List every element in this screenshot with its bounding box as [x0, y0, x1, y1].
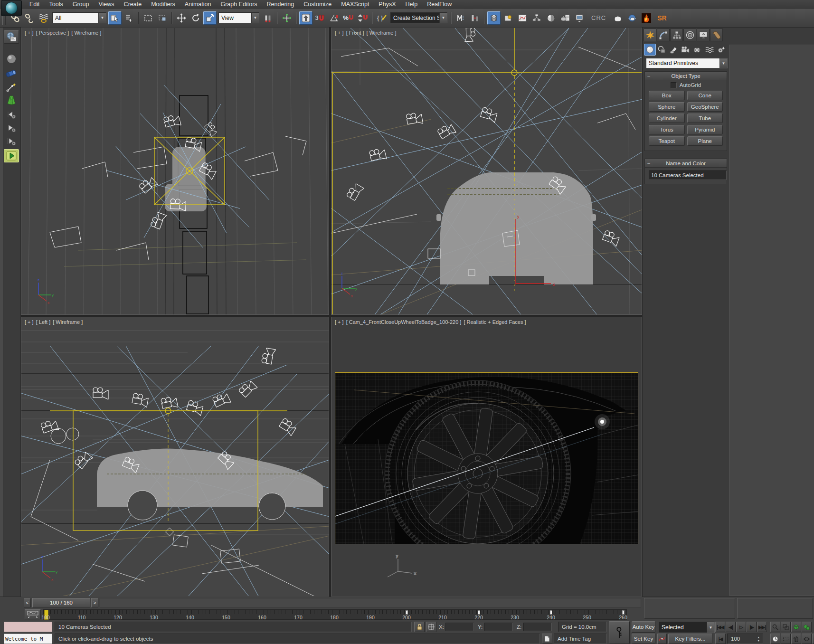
menu-item[interactable]: Edit: [25, 0, 45, 8]
menu-item[interactable]: RealFlow: [422, 0, 456, 8]
object-type-button[interactable]: GeoSphere: [687, 102, 723, 112]
object-type-button[interactable]: Torus: [649, 125, 685, 134]
category-geometry[interactable]: [644, 44, 656, 56]
curve-editor-button[interactable]: [516, 11, 529, 25]
viewport-menu-plus[interactable]: [ + ]: [25, 30, 34, 36]
timeline-key-marker[interactable]: [478, 610, 480, 615]
object-type-button[interactable]: Cylinder: [649, 114, 685, 123]
bind-to-space-warp-button[interactable]: [37, 11, 50, 25]
zoom-extents-button[interactable]: [791, 622, 801, 632]
zoom-button[interactable]: [770, 622, 780, 632]
sr-toolbar-label[interactable]: SR: [657, 14, 666, 22]
object-type-rollout-header[interactable]: − Object Type: [645, 72, 727, 80]
menu-item[interactable]: Help: [401, 0, 423, 8]
viewport-front[interactable]: [ + ][ Front ][ Wireframe ]: [331, 28, 642, 315]
menu-item[interactable]: MAXScript: [336, 0, 374, 8]
percent-snap-button[interactable]: %: [342, 11, 355, 25]
next-frame-button[interactable]: |▶: [747, 622, 757, 632]
frame-spinner[interactable]: ▴▾: [757, 635, 759, 642]
menu-item[interactable]: Rendering: [262, 0, 299, 8]
add-time-tag-field[interactable]: Add Time Tag: [554, 634, 606, 644]
coord-y-field[interactable]: [484, 623, 513, 631]
mirror-button[interactable]: [454, 11, 467, 25]
coord-x-field[interactable]: [445, 623, 474, 631]
use-pivot-point-button[interactable]: [261, 11, 274, 25]
time-tag-icon-button[interactable]: [542, 634, 552, 644]
previous-frame-button[interactable]: ◀|: [726, 622, 736, 632]
object-type-button[interactable]: Sphere: [649, 102, 685, 112]
asset-browser-button[interactable]: [4, 30, 19, 44]
maxscript-mini-listener-pink[interactable]: [4, 622, 52, 632]
menu-item[interactable]: Modifiers: [146, 0, 180, 8]
viewport-shading-label[interactable]: [ Wireframe ]: [53, 319, 83, 325]
previous-key-button[interactable]: |◀: [715, 634, 726, 644]
angle-snap-button[interactable]: [328, 11, 341, 25]
cloth-garment-button[interactable]: [4, 94, 19, 107]
unlink-selection-button[interactable]: [23, 11, 36, 25]
menu-item[interactable]: Graph Editors: [216, 0, 262, 8]
category-cameras[interactable]: [680, 44, 691, 56]
timeline-key-marker[interactable]: [622, 610, 625, 615]
category-space-warps[interactable]: [703, 44, 715, 56]
snaps-toggle-button[interactable]: 3: [313, 11, 327, 25]
menu-item[interactable]: PhysX: [374, 0, 400, 8]
pan-hand-button[interactable]: [791, 634, 801, 644]
zoom-extents-all-button[interactable]: [802, 622, 812, 632]
time-configuration-button[interactable]: [770, 634, 780, 644]
keyboard-shortcut-override-button[interactable]: [299, 11, 312, 25]
graphite-ribbon-button[interactable]: [502, 11, 515, 25]
viewport-menu-plus[interactable]: [ + ]: [335, 30, 344, 36]
autogrid-checkbox[interactable]: [671, 82, 677, 88]
object-name-field[interactable]: [649, 170, 727, 180]
auto-key-button[interactable]: Auto Key: [632, 621, 655, 633]
active-playback-button[interactable]: [4, 149, 19, 162]
menu-item[interactable]: Animation: [180, 0, 216, 8]
timeline-key-marker[interactable]: [550, 610, 552, 615]
set-keys-button[interactable]: [609, 621, 630, 644]
open-mini-curve-editor-button[interactable]: [25, 609, 41, 619]
tab-hierarchy[interactable]: [670, 28, 683, 41]
align-button[interactable]: [468, 11, 482, 25]
media-play-gear-button[interactable]: [4, 122, 19, 135]
set-key-button[interactable]: Set Key: [632, 634, 655, 644]
object-type-button[interactable]: Tube: [687, 114, 723, 123]
viewport-name-label[interactable]: [ Left ]: [36, 319, 51, 325]
menu-item[interactable]: Views: [94, 0, 119, 8]
category-systems[interactable]: [715, 44, 727, 56]
cylinder-tool-button[interactable]: [4, 66, 19, 80]
object-type-button[interactable]: Cone: [687, 91, 723, 100]
rectangular-selection-region-button[interactable]: [142, 11, 155, 25]
object-type-button[interactable]: Pyramid: [687, 125, 723, 134]
select-and-move-button[interactable]: [175, 11, 188, 25]
app-logo[interactable]: [1, 0, 22, 16]
object-type-button[interactable]: Plane: [687, 136, 723, 146]
spinner-snap-button[interactable]: [356, 11, 369, 25]
crc-toolbar-label[interactable]: CRC: [591, 14, 606, 21]
material-editor-button[interactable]: [544, 11, 558, 25]
coord-z-field[interactable]: [523, 623, 552, 631]
key-filter-curve-icon[interactable]: [657, 634, 667, 644]
category-shapes[interactable]: [656, 44, 668, 56]
go-to-start-button[interactable]: |◀◀: [715, 622, 725, 632]
environment-fire-button[interactable]: [640, 11, 653, 25]
viewport-shading-label[interactable]: [ Wireframe ]: [367, 30, 397, 36]
reference-coordinate-dropdown[interactable]: View ▼: [218, 12, 259, 23]
previous-frame-arrow-button[interactable]: <: [24, 598, 31, 607]
key-mode-dropdown[interactable]: Selected ▼: [659, 622, 715, 633]
object-type-button[interactable]: Teapot: [649, 136, 685, 146]
select-and-rotate-button[interactable]: [189, 11, 202, 25]
viewport-perspective[interactable]: [ + ][ Perspective ][ Wireframe ]: [21, 28, 329, 315]
menu-item[interactable]: Group: [68, 0, 94, 8]
edit-named-selection-sets-button[interactable]: { }: [375, 11, 388, 25]
rendered-frame-window-button[interactable]: [573, 11, 586, 25]
viewport-menu-plus[interactable]: [ + ]: [25, 319, 34, 325]
category-helpers[interactable]: [691, 44, 703, 56]
bone-tools-button[interactable]: [4, 81, 19, 94]
maximize-viewport-button[interactable]: [812, 634, 814, 644]
viewport-name-label[interactable]: [ Perspective ]: [36, 30, 69, 36]
select-by-name-button[interactable]: [123, 11, 136, 25]
time-slider-display[interactable]: 100 / 160: [32, 598, 90, 607]
menu-item[interactable]: Customize: [299, 0, 336, 8]
media-step-gear-button[interactable]: [4, 135, 19, 148]
viewport-name-label[interactable]: [ Front ]: [346, 30, 364, 36]
